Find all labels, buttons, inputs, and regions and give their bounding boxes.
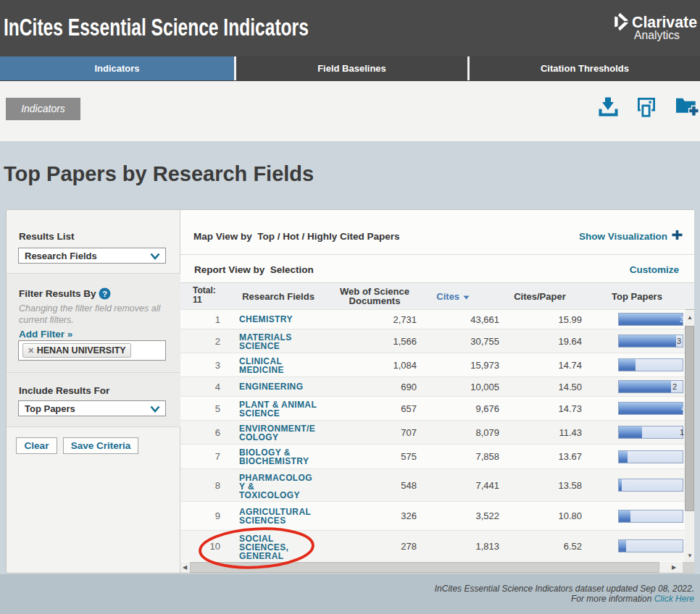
svg-text:?: ?	[102, 290, 107, 298]
svg-text:Analytics: Analytics	[634, 28, 680, 42]
